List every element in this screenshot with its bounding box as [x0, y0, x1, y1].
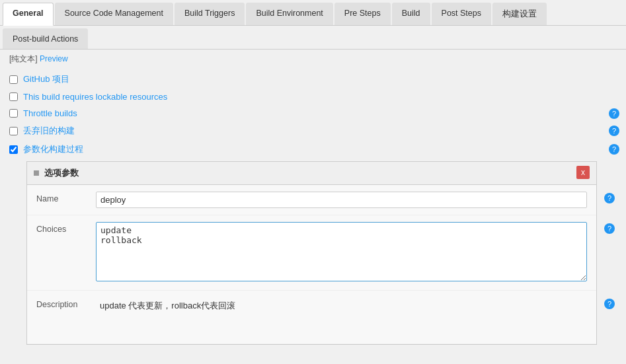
- tab-build-environment[interactable]: Build Environment: [246, 3, 333, 25]
- form-control-wrap-name: [96, 192, 587, 208]
- panel-header: 选项参数x: [27, 162, 596, 185]
- help-icon-field-name[interactable]: ?: [604, 193, 615, 203]
- checkbox-cb5[interactable]: [9, 145, 18, 154]
- help-icon-cb3[interactable]: ?: [609, 108, 619, 119]
- preview-label-text: [纯文本]: [9, 54, 38, 63]
- help-icon-field-choices[interactable]: ?: [604, 223, 615, 234]
- tab-bar-row2: Post-build Actions: [0, 26, 626, 50]
- checkbox-row-cb4: 丢弃旧的构建?: [0, 122, 626, 140]
- form-label-name: Name: [36, 192, 96, 203]
- checkbox-label-cb3[interactable]: Throttle builds: [23, 108, 77, 118]
- form-row-description: Descriptionupdate 代表更新，rollback代表回滚?: [27, 291, 596, 344]
- tab-构建设置[interactable]: 构建设置: [492, 3, 547, 25]
- checkboxes-container: GitHub 项目This build requires lockable re…: [0, 70, 626, 345]
- checkbox-row-cb2: This build requires lockable resources: [0, 89, 626, 105]
- tab-bar-row1: GeneralSource Code ManagementBuild Trigg…: [0, 0, 626, 26]
- checkbox-row-cb3: Throttle builds?: [0, 105, 626, 122]
- field-name[interactable]: [96, 192, 587, 208]
- tab-build-triggers[interactable]: Build Triggers: [175, 3, 245, 25]
- checkbox-cb3[interactable]: [9, 109, 18, 118]
- panel-icon: [34, 170, 39, 176]
- checkbox-cb4[interactable]: [9, 127, 18, 135]
- field-description: update 代表更新，rollback代表回滚: [96, 297, 587, 337]
- tab-source-code-management[interactable]: Source Code Management: [55, 3, 173, 25]
- form-label-choices: Choices: [36, 222, 96, 234]
- tab-general[interactable]: General: [3, 3, 54, 26]
- checkbox-row-cb1: GitHub 项目: [0, 70, 626, 89]
- help-icon-cb4[interactable]: ?: [609, 126, 619, 136]
- panel-close-button[interactable]: x: [576, 166, 590, 179]
- form-control-wrap-description: update 代表更新，rollback代表回滚: [96, 297, 587, 337]
- checkbox-label-cb2[interactable]: This build requires lockable resources: [23, 92, 167, 102]
- tab-pre-steps[interactable]: Pre Steps: [334, 3, 391, 25]
- panel-title: 选项参数: [44, 167, 79, 179]
- checkbox-cb1[interactable]: [9, 75, 18, 84]
- tab-build[interactable]: Build: [392, 3, 430, 25]
- form-row-name: Name?: [27, 185, 596, 215]
- checkbox-cb2[interactable]: [9, 92, 18, 101]
- form-row-choices: Choices?: [27, 215, 596, 291]
- preview-row: [纯文本] Preview: [0, 50, 626, 70]
- checkbox-label-cb5[interactable]: 参数化构建过程: [23, 143, 83, 155]
- field-choices[interactable]: [96, 222, 587, 281]
- help-icon-field-description[interactable]: ?: [604, 299, 615, 309]
- checkbox-label-cb4[interactable]: 丢弃旧的构建: [23, 125, 75, 137]
- param-panel: 选项参数xName?Choices?Descriptionupdate 代表更新…: [26, 161, 597, 345]
- tab-post-build-actions[interactable]: Post-build Actions: [3, 28, 88, 49]
- help-icon-cb5[interactable]: ?: [609, 144, 619, 155]
- checkbox-label-cb1[interactable]: GitHub 项目: [23, 73, 69, 85]
- param-panel-wrapper: 选项参数xName?Choices?Descriptionupdate 代表更新…: [26, 161, 597, 345]
- preview-link[interactable]: Preview: [40, 54, 68, 63]
- form-label-description: Description: [36, 297, 96, 309]
- checkbox-row-cb5: 参数化构建过程?: [0, 140, 626, 159]
- form-control-wrap-choices: [96, 222, 587, 283]
- tab-post-steps[interactable]: Post Steps: [432, 3, 491, 25]
